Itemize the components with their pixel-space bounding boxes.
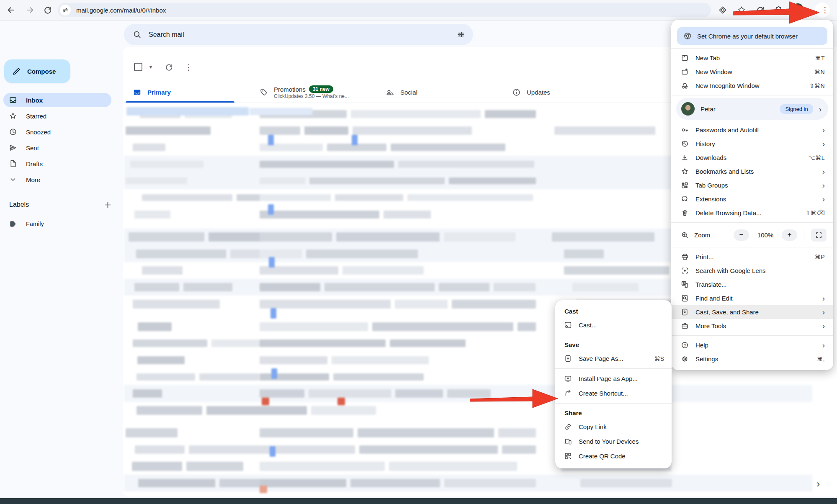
zoom-out-button[interactable]: −	[734, 229, 749, 241]
reading-mode-icon[interactable]	[719, 6, 727, 14]
chevron-right-icon[interactable]: ›	[816, 478, 820, 490]
sidebar-item-starred[interactable]: Starred	[3, 109, 111, 123]
list-toolbar: ▼ ⋮	[124, 59, 193, 75]
sidebar-item-drafts[interactable]: Drafts	[3, 157, 111, 171]
sidebar-item-snoozed[interactable]: Snoozed	[3, 125, 111, 139]
chevron-right-icon: ›	[822, 294, 825, 302]
shortcut-label: ⌘S	[654, 355, 664, 362]
fullscreen-button[interactable]	[811, 229, 827, 242]
new-count-badge: 31 new	[309, 85, 333, 93]
menu-item-label: Cast, Save, and Share	[695, 309, 815, 316]
menu-divider	[671, 247, 833, 247]
forward-icon[interactable]	[26, 6, 34, 14]
submenu-item-send-to-your-devices[interactable]: Send to Your Devices	[555, 434, 672, 449]
sidebar-item-sent[interactable]: Sent	[3, 141, 111, 155]
submenu-item-save-page-as[interactable]: Save Page As...⌘S	[555, 351, 672, 366]
menu-divider	[671, 95, 833, 95]
back-icon[interactable]	[7, 6, 15, 14]
menu-item-new-window[interactable]: New Window⌘N	[671, 65, 833, 79]
menu-item-delete-browsing-data[interactable]: Delete Browsing Data...⇧⌘⌫	[671, 206, 833, 220]
chevron-right-icon: ›	[822, 308, 825, 316]
sidebar-item-more[interactable]: More	[3, 172, 111, 187]
menu-item-new-tab[interactable]: New Tab⌘T	[671, 51, 833, 65]
tab-social[interactable]: Social	[377, 82, 503, 103]
search-input[interactable]: Search mail	[149, 31, 184, 39]
shortcut-label: ⌘,	[817, 356, 825, 363]
create-label-plus-icon[interactable]	[104, 201, 111, 208]
screen-edge-bar	[0, 498, 837, 504]
tab-primary[interactable]: Primary	[124, 82, 250, 103]
submenu-item-copy-link[interactable]: Copy Link	[555, 419, 672, 434]
sidebar-item-inbox[interactable]: Inbox	[3, 93, 111, 107]
cast-save-share-icon	[681, 309, 688, 316]
address-bar[interactable]: mail.google.com/mail/u/0/#inbox	[58, 3, 711, 17]
chevron-right-icon: ›	[822, 167, 825, 175]
tab-updates[interactable]: Updates	[503, 82, 630, 103]
menu-item-bookmarks-and-lists[interactable]: Bookmarks and Lists›	[671, 165, 833, 178]
tab-label: Promotions	[274, 86, 306, 93]
search-options-tune-icon[interactable]	[457, 31, 465, 39]
compose-button[interactable]: Compose	[4, 59, 70, 83]
label-name: Family	[26, 221, 44, 227]
site-settings-icon[interactable]	[60, 5, 71, 15]
chevron-right-icon: ›	[819, 105, 822, 113]
zoom-divider	[804, 229, 804, 241]
history-icon	[681, 140, 688, 147]
zoom-value: 100%	[755, 231, 776, 239]
social-people-icon	[386, 88, 394, 96]
more-options-kebab-icon[interactable]: ⋮	[185, 63, 193, 71]
tab-promotions[interactable]: Promotions31 newClickUpdates 3.50 — What…	[250, 82, 377, 103]
trash-icon	[681, 209, 688, 216]
submenu-item-label: Save Page As...	[579, 355, 647, 362]
menu-item-settings[interactable]: Settings⌘,	[671, 352, 833, 366]
browser-toolbar: mail.google.com/mail/u/0/#inbox ⋮	[0, 0, 837, 21]
chevron-down-icon	[9, 176, 17, 183]
menu-item-print[interactable]: Print...⌘P	[671, 250, 833, 264]
menu-item-translate[interactable]: Translate...	[671, 278, 833, 291]
zoom-label: Zoom	[694, 231, 728, 239]
menu-item-help[interactable]: ?Help›	[671, 338, 833, 352]
submenu-item-create-qr-code[interactable]: Create QR Code	[555, 449, 672, 463]
menu-item-history[interactable]: History›	[671, 137, 833, 151]
menu-item-label: Delete Browsing Data...	[695, 209, 798, 216]
menu-item-cast-save-and-share[interactable]: Cast, Save, and Share›	[671, 305, 833, 319]
help-icon: ?	[681, 342, 688, 349]
search-bar[interactable]: Search mail	[124, 24, 473, 45]
profile-row[interactable]: PetarSigned in›	[676, 98, 828, 120]
submenu-item-install-page-as-app[interactable]: Install Page as App...	[555, 371, 672, 386]
menu-divider	[671, 48, 833, 49]
chevron-right-icon: ›	[822, 341, 825, 349]
menu-item-extensions[interactable]: Extensions›	[671, 192, 833, 206]
menu-divider	[555, 403, 672, 404]
avatar	[681, 102, 695, 116]
find-edit-icon	[681, 295, 688, 302]
print-icon	[681, 253, 688, 260]
zoom-in-button[interactable]: +	[782, 229, 797, 241]
refresh-icon[interactable]	[165, 63, 173, 71]
menu-item-search-with-google-lens[interactable]: Search with Google Lens	[671, 264, 833, 278]
menu-item-passwords-and-autofill[interactable]: Passwords and Autofill›	[671, 123, 833, 137]
tab-label: Primary	[147, 89, 171, 96]
set-default-browser-button[interactable]: Set Chrome as your default browser	[677, 27, 827, 45]
browser-menu-kebab-icon[interactable]: ⋮	[821, 6, 829, 14]
menu-item-new-incognito-window[interactable]: New Incognito Window⇧⌘N	[671, 79, 833, 93]
select-all-checkbox[interactable]	[134, 63, 142, 71]
submenu-item-create-shortcut[interactable]: Create Shortcut...	[555, 386, 672, 401]
draft-icon	[9, 160, 17, 167]
tab-label: Updates	[527, 89, 550, 96]
menu-item-label: Tab Groups	[695, 182, 815, 189]
select-dropdown-caret-icon[interactable]: ▼	[148, 64, 153, 70]
chevron-right-icon: ›	[822, 181, 825, 189]
reload-icon[interactable]	[44, 6, 52, 14]
menu-item-downloads[interactable]: Downloads⌥⌘L	[671, 151, 833, 165]
submenu-item-cast[interactable]: Cast...	[555, 318, 672, 332]
menu-item-find-and-edit[interactable]: Find and Edit›	[671, 291, 833, 305]
tabs-divider	[124, 103, 672, 103]
send-icon	[9, 144, 17, 152]
menu-item-tab-groups[interactable]: Tab Groups›	[671, 178, 833, 192]
submenu-section-save: Save	[555, 338, 672, 351]
profile-name: Petar	[701, 105, 774, 113]
label-item-family[interactable]: Family	[3, 217, 111, 231]
promotions-tag-icon	[260, 88, 268, 96]
menu-item-more-tools[interactable]: More Tools›	[671, 319, 833, 333]
